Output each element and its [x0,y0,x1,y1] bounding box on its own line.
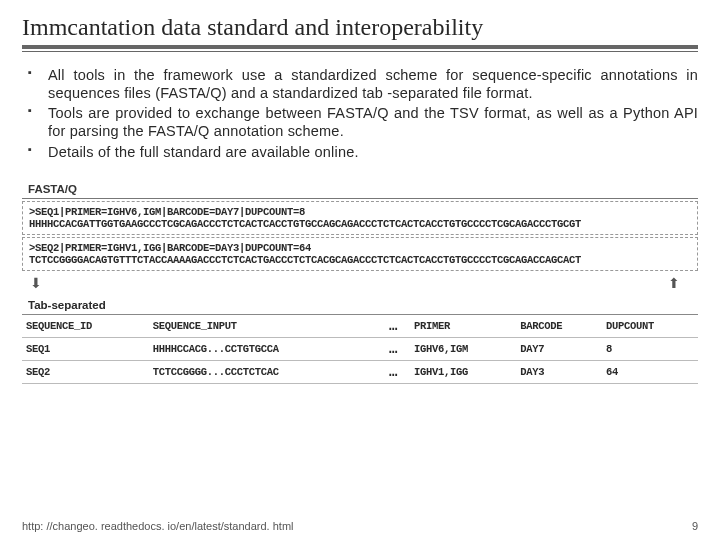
table-row: SEQ1 HHHHCCACG...CCTGTGCCA … IGHV6,IGM D… [22,337,698,360]
cell-sequence-input: TCTCCGGGG...CCCTCTCAC [149,360,379,383]
arrow-down-icon [30,275,42,292]
table-header-row: SEQUENCE_ID SEQUENCE_INPUT … PRIMER BARC… [22,315,698,338]
cell-primer: IGHV1,IGG [410,360,516,383]
bullet-list: All tools in the framework use a standar… [22,66,698,161]
cell-barcode: DAY3 [516,360,602,383]
page-title: Immcantation data standard and interoper… [22,14,698,41]
fasta-record-1: >SEQ1|PRIMER=IGHV6,IGM|BARCODE=DAY7|DUPC… [22,201,698,235]
bullet-item: All tools in the framework use a standar… [22,66,698,102]
title-rule-thin [22,51,698,52]
cell-primer: IGHV6,IGM [410,337,516,360]
cell-ellipsis: … [378,337,410,360]
cell-sequence-id: SEQ1 [22,337,149,360]
conversion-arrows [22,273,698,295]
fasta-sequence: HHHHCCACGATTGGTGAAGCCCTCGCAGACCCTCTCACTC… [29,218,691,230]
footer: http: //changeo. readthedocs. io/en/late… [22,520,698,532]
fasta-header: >SEQ1|PRIMER=IGHV6,IGM|BARCODE=DAY7|DUPC… [29,206,691,218]
bullet-item: Tools are provided to exchange between F… [22,104,698,140]
col-dupcount: DUPCOUNT [602,315,698,338]
bullet-item: Details of the full standard are availab… [22,143,698,161]
fasta-sequence: TCTCCGGGGACAGTGTTTCTACCAAAAGACCCTCTCACTG… [29,254,691,266]
cell-sequence-id: SEQ2 [22,360,149,383]
col-ellipsis: … [378,315,410,338]
fasta-record-2: >SEQ2|PRIMER=IGHV1,IGG|BARCODE=DAY3|DUPC… [22,237,698,271]
arrow-up-icon [668,275,680,292]
cell-dupcount: 64 [602,360,698,383]
footer-url: http: //changeo. readthedocs. io/en/late… [22,520,294,532]
tab-separated-label: Tab-separated [22,295,698,315]
cell-ellipsis: … [378,360,410,383]
cell-sequence-input: HHHHCCACG...CCTGTGCCA [149,337,379,360]
col-sequence-id: SEQUENCE_ID [22,315,149,338]
fastaq-label: FASTA/Q [22,179,698,199]
title-rule-thick [22,45,698,49]
page-number: 9 [692,520,698,532]
tab-separated-table: SEQUENCE_ID SEQUENCE_INPUT … PRIMER BARC… [22,315,698,384]
col-primer: PRIMER [410,315,516,338]
col-barcode: BARCODE [516,315,602,338]
table-row: SEQ2 TCTCCGGGG...CCCTCTCAC … IGHV1,IGG D… [22,360,698,383]
fasta-header: >SEQ2|PRIMER=IGHV1,IGG|BARCODE=DAY3|DUPC… [29,242,691,254]
col-sequence-input: SEQUENCE_INPUT [149,315,379,338]
cell-barcode: DAY7 [516,337,602,360]
cell-dupcount: 8 [602,337,698,360]
